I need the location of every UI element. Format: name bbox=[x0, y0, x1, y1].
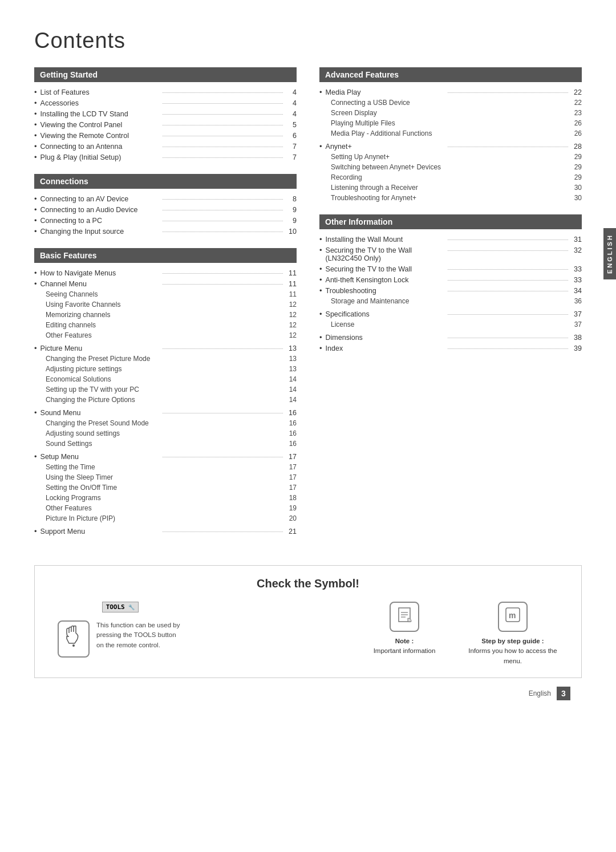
sub-list-troubleshoot: Storage and Maintenance36 bbox=[331, 296, 582, 306]
symbol-note-block: Note : Important information bbox=[359, 602, 450, 656]
list-item: List of Features 4 bbox=[34, 87, 297, 98]
list-item: Adjusting sound settings16 bbox=[46, 428, 297, 439]
symbol-tools-block: TOOLS 🔧 bbox=[58, 602, 183, 658]
list-item: Connecting to a PC 9 bbox=[34, 215, 297, 226]
list-item: Index 39 bbox=[319, 343, 582, 354]
footer-lang: English bbox=[529, 689, 551, 697]
sub-list-anynet: Setting Up Anynet+29 Switching between A… bbox=[331, 152, 582, 203]
list-item: Accessories 4 bbox=[34, 98, 297, 108]
section-advanced-features: Advanced Features Media Play 22 Connecti… bbox=[319, 67, 582, 203]
list-item: Specifications 37 bbox=[319, 309, 582, 319]
list-item: Securing the TV to the Wall 33 bbox=[319, 263, 582, 274]
list-item: Anti-theft Kensington Lock 33 bbox=[319, 274, 582, 285]
footer-page-number: 3 bbox=[557, 687, 570, 700]
toc-list-other-info: Installing the Wall Mount 31 Securing th… bbox=[319, 234, 582, 354]
list-item: Setting up the TV with your PC14 bbox=[46, 384, 297, 395]
sub-list-sound: Changing the Preset Sound Mode16 Adjusti… bbox=[46, 418, 297, 449]
list-item: Storage and Maintenance36 bbox=[331, 296, 582, 306]
list-item: Plug & Play (Initial Setup) 7 bbox=[34, 152, 297, 163]
sub-list-specs: License37 bbox=[331, 319, 582, 330]
list-item: Sound Settings16 bbox=[46, 439, 297, 449]
section-basic-features: Basic Features How to Navigate Menus 11 … bbox=[34, 248, 297, 537]
page-title: Contents bbox=[34, 29, 582, 53]
list-item: Troubleshooting 34 bbox=[319, 285, 582, 296]
list-item: Using the Sleep Timer17 bbox=[46, 472, 297, 482]
tools-badge: TOOLS 🔧 bbox=[102, 602, 139, 612]
list-item: Editing channels12 bbox=[46, 320, 297, 330]
list-item: Economical Solutions14 bbox=[46, 374, 297, 384]
english-language-tab: ENGLISH bbox=[603, 228, 616, 279]
list-item: Other Features12 bbox=[46, 330, 297, 340]
symbol-guide-block: m Step by step guide : Informs you how t… bbox=[467, 602, 558, 666]
list-item: Sound Menu 16 bbox=[34, 407, 297, 418]
list-item: Switching between Anynet+ Devices29 bbox=[331, 162, 582, 172]
symbol-tools-description: This function can be used by pressing th… bbox=[96, 620, 183, 650]
check-symbol-title: Check the Symbol! bbox=[58, 577, 558, 590]
list-item: Using Favorite Channels12 bbox=[46, 299, 297, 310]
list-item: Connecting a USB Device22 bbox=[331, 98, 582, 108]
section-other-information: Other Information Installing the Wall Mo… bbox=[319, 214, 582, 354]
svg-text:m: m bbox=[509, 611, 516, 620]
list-item: Anynet+ 28 bbox=[319, 141, 582, 152]
list-item: How to Navigate Menus 11 bbox=[34, 267, 297, 278]
sub-list-channel: Seeing Channels11 Using Favorite Channel… bbox=[46, 289, 297, 340]
list-item: Securing the TV to the Wall (LN32C450 On… bbox=[319, 245, 582, 263]
list-item: Connecting to an Audio Device 9 bbox=[34, 204, 297, 215]
guide-icon: m bbox=[498, 602, 528, 632]
footer: English 3 bbox=[34, 687, 582, 700]
list-item: Playing Multiple Files26 bbox=[331, 118, 582, 128]
sub-list-media-play: Connecting a USB Device22 Screen Display… bbox=[331, 98, 582, 139]
left-column: Getting Started List of Features 4 Acces… bbox=[34, 67, 297, 548]
section-getting-started: Getting Started List of Features 4 Acces… bbox=[34, 67, 297, 163]
list-item: Changing the Preset Picture Mode13 bbox=[46, 354, 297, 364]
section-header-getting-started: Getting Started bbox=[34, 67, 297, 82]
section-header-connections: Connections bbox=[34, 174, 297, 189]
list-item: Media Play 22 bbox=[319, 87, 582, 98]
list-item: Screen Display23 bbox=[331, 108, 582, 118]
list-item: Troubleshooting for Anynet+30 bbox=[331, 193, 582, 203]
note-icon bbox=[390, 602, 419, 632]
list-item: Connecting to an Antenna 7 bbox=[34, 141, 297, 152]
list-item: Setting the On/Off Time17 bbox=[46, 482, 297, 493]
list-item: Recording29 bbox=[331, 172, 582, 182]
list-item: Changing the Picture Options14 bbox=[46, 395, 297, 405]
list-item: Seeing Channels11 bbox=[46, 289, 297, 299]
right-column: Advanced Features Media Play 22 Connecti… bbox=[319, 67, 582, 548]
list-item: Adjusting picture settings13 bbox=[46, 364, 297, 374]
list-item: Other Features19 bbox=[46, 503, 297, 513]
check-symbol-section: Check the Symbol! TOOLS 🔧 bbox=[34, 565, 582, 678]
list-item: Installing the Wall Mount 31 bbox=[319, 234, 582, 245]
note-label: Note : Important information bbox=[374, 636, 436, 656]
list-item: Installing the LCD TV Stand 4 bbox=[34, 108, 297, 119]
list-item: Setting Up Anynet+29 bbox=[331, 152, 582, 162]
list-item: Changing the Preset Sound Mode16 bbox=[46, 418, 297, 428]
page-container: Contents Getting Started List of Feature… bbox=[0, 0, 616, 852]
list-item: License37 bbox=[331, 319, 582, 330]
guide-label: Step by step guide : Informs you how to … bbox=[467, 636, 558, 666]
list-item: Dimensions 38 bbox=[319, 332, 582, 343]
list-item: Setup Menu 17 bbox=[34, 451, 297, 462]
toc-list-getting-started: List of Features 4 Accessories 4 Install… bbox=[34, 87, 297, 163]
section-header-advanced-features: Advanced Features bbox=[319, 67, 582, 82]
list-item: Locking Programs18 bbox=[46, 493, 297, 503]
list-item: Changing the Input source 10 bbox=[34, 226, 297, 237]
hand-icon bbox=[58, 620, 90, 658]
list-item: Support Menu 21 bbox=[34, 526, 297, 537]
list-item: Listening through a Receiver30 bbox=[331, 182, 582, 193]
section-header-other-info: Other Information bbox=[319, 214, 582, 229]
right-symbols: Note : Important information m Step by s… bbox=[194, 602, 558, 666]
symbol-main-row: TOOLS 🔧 bbox=[58, 602, 558, 666]
sub-list-picture: Changing the Preset Picture Mode13 Adjus… bbox=[46, 354, 297, 405]
list-item: Memorizing channels12 bbox=[46, 310, 297, 320]
sub-list-setup: Setting the Time17 Using the Sleep Timer… bbox=[46, 462, 297, 524]
list-item: Channel Menu 11 bbox=[34, 278, 297, 289]
list-item: Setting the Time17 bbox=[46, 462, 297, 472]
list-item: Viewing the Remote Control 6 bbox=[34, 130, 297, 141]
toc-list-advanced: Media Play 22 Connecting a USB Device22 … bbox=[319, 87, 582, 203]
list-item: Connecting to an AV Device 8 bbox=[34, 193, 297, 204]
list-item: Picture Menu 13 bbox=[34, 343, 297, 354]
toc-list-connections: Connecting to an AV Device 8 Connecting … bbox=[34, 193, 297, 237]
list-item: Picture In Picture (PIP)20 bbox=[46, 513, 297, 524]
svg-point-0 bbox=[72, 644, 75, 647]
section-header-basic-features: Basic Features bbox=[34, 248, 297, 263]
